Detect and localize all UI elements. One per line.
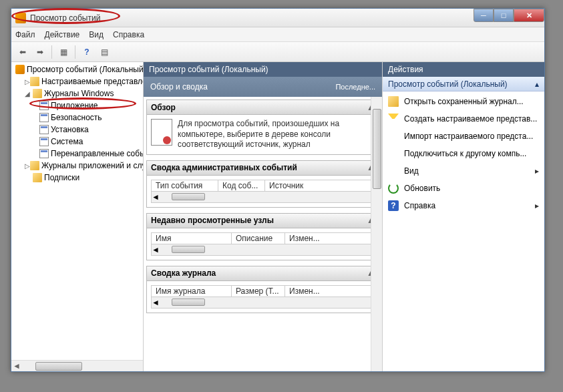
menu-help[interactable]: Справка — [113, 30, 144, 39]
recent-panel: Недавно просмотренные узлы▲ Имя Описание… — [146, 213, 379, 260]
actions-header: Действия — [383, 62, 544, 77]
admin-columns[interactable]: Тип события Код соб... Источник — [151, 180, 375, 192]
tree-subscriptions[interactable]: Подписки — [13, 172, 142, 184]
show-hide-button[interactable]: ▦ — [56, 45, 71, 59]
toolbar: ⬅ ➡ ▦ ? ▤ — [11, 42, 544, 62]
blank-icon — [388, 166, 399, 176]
overview-panel: Обзор▲ Для просмотра событий, произошедш… — [146, 100, 379, 155]
recent-columns[interactable]: Имя Описание Измен... — [151, 232, 375, 244]
admin-hscroll[interactable]: ◄ — [151, 192, 375, 203]
tree-forwarded[interactable]: Перенаправленные события — [13, 148, 142, 160]
tree-root[interactable]: Просмотр событий (Локальный) — [13, 63, 142, 75]
tree-app-services[interactable]: ▷Журналы приложений и служб — [13, 160, 142, 172]
tree-setup[interactable]: Установка — [13, 124, 142, 136]
back-button[interactable]: ⬅ — [15, 45, 30, 59]
close-button[interactable]: ✕ — [514, 9, 544, 22]
actions-subheader[interactable]: Просмотр событий (Локальный)▴ — [383, 77, 544, 91]
folder-icon — [388, 96, 399, 107]
blank-icon — [388, 131, 399, 142]
tree-panel: Просмотр событий (Локальный) ▷Настраивае… — [11, 62, 144, 371]
center-subheader: Обзор и сводка Последне... — [144, 77, 382, 97]
recent-header[interactable]: Недавно просмотренные узлы▲ — [147, 214, 379, 228]
center-panel: Просмотр событий (Локальный) Обзор и сво… — [144, 62, 383, 371]
summary-hscroll[interactable]: ◄ — [151, 297, 375, 309]
summary-header[interactable]: Сводка журнала▲ — [147, 266, 379, 281]
menu-action[interactable]: Действие — [45, 30, 80, 39]
event-viewer-window: Просмотр событий ─ □ ✕ Файл Действие Вид… — [11, 8, 545, 372]
admin-header[interactable]: Сводка административных событий▲ — [147, 161, 379, 176]
help-button[interactable]: ? — [79, 45, 94, 59]
center-vscroll[interactable] — [371, 97, 382, 371]
action-connect[interactable]: Подключиться к другому компь... — [383, 145, 544, 162]
action-help[interactable]: ?Справка▸ — [383, 197, 544, 214]
action-import-view[interactable]: Импорт настраиваемого предста... — [383, 128, 544, 145]
maximize-button[interactable]: □ — [494, 9, 514, 22]
center-header: Просмотр событий (Локальный) — [144, 62, 382, 77]
forward-button[interactable]: ➡ — [33, 45, 47, 59]
menubar: Файл Действие Вид Справка — [11, 27, 544, 42]
refresh-icon — [388, 183, 399, 194]
tree-security[interactable]: Безопасность — [13, 112, 142, 124]
menu-file[interactable]: Файл — [15, 30, 35, 39]
tree-system[interactable]: Система — [13, 136, 142, 148]
overview-icon — [151, 119, 172, 146]
help-icon: ? — [388, 200, 399, 211]
action-open-saved[interactable]: Открыть сохраненный журнал... — [383, 93, 544, 110]
filter-icon — [388, 114, 399, 124]
tree-windows-logs[interactable]: ◢Журналы Windows — [13, 87, 142, 100]
action-create-view[interactable]: Создать настраиваемое представ... — [383, 110, 544, 128]
properties-button[interactable]: ▤ — [97, 45, 112, 59]
summary-columns[interactable]: Имя журнала Размер (Т... Измен... — [151, 285, 375, 297]
overview-text: Для просмотра событий, произошедших на к… — [178, 119, 375, 150]
tree-hscroll[interactable]: ◄ — [11, 360, 143, 371]
titlebar[interactable]: Просмотр событий ─ □ ✕ — [11, 9, 544, 27]
recent-hscroll[interactable]: ◄ — [151, 244, 375, 256]
actions-panel: Действия Просмотр событий (Локальный)▴ О… — [383, 62, 544, 371]
window-title: Просмотр событий — [30, 13, 100, 23]
tree-application[interactable]: Приложение — [13, 100, 142, 112]
menu-view[interactable]: Вид — [89, 30, 104, 39]
blank-icon — [388, 148, 399, 159]
action-refresh[interactable]: Обновить — [383, 180, 544, 197]
tree-custom-views[interactable]: ▷Настраиваемые представления — [13, 75, 142, 87]
action-view[interactable]: Вид▸ — [383, 162, 544, 180]
admin-summary-panel: Сводка административных событий▲ Тип соб… — [146, 160, 379, 208]
app-icon — [15, 13, 26, 23]
overview-header[interactable]: Обзор▲ — [147, 100, 379, 115]
minimize-button[interactable]: ─ — [474, 9, 494, 22]
log-summary-panel: Сводка журнала▲ Имя журнала Размер (Т...… — [146, 266, 379, 313]
